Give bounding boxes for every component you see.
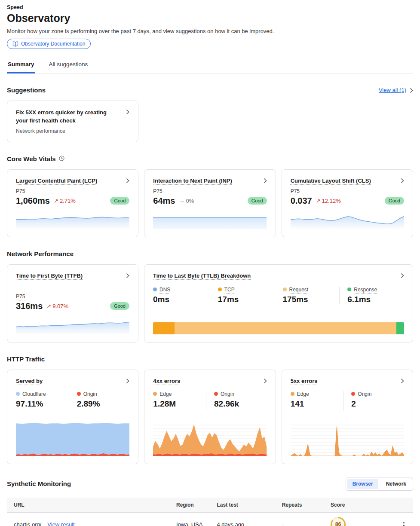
doc-button-label: Observatory Documentation bbox=[21, 41, 85, 47]
origin-legend-dot bbox=[77, 392, 81, 396]
table-header-row: URL Region Last test Repeats Score bbox=[7, 498, 413, 513]
synthetic-monitoring-table: URL Region Last test Repeats Score chart… bbox=[7, 498, 413, 526]
column-header-repeats: Repeats bbox=[275, 498, 324, 513]
dns-stat: DNS 0ms bbox=[153, 287, 210, 304]
suggestion-title: Fix 5XX errors quicker by creating your … bbox=[16, 109, 115, 125]
observatory-page: Speed Observatory Monitor how your zone … bbox=[0, 0, 420, 526]
status-badge: Good bbox=[110, 197, 129, 205]
cloudflare-value: 97.11% bbox=[16, 399, 69, 409]
dns-value: 0ms bbox=[153, 295, 210, 304]
tab-bar: Summary All suggestions bbox=[7, 57, 413, 73]
ttfb-card-title[interactable]: Time to First Byte (TTFB) bbox=[16, 272, 83, 279]
served-by-card: Served by Cloudflare 97.11% Origin 2.89% bbox=[7, 370, 138, 464]
origin-legend-dot bbox=[214, 392, 218, 396]
inp-card-title[interactable]: Interaction to Next Paint (INP) bbox=[153, 177, 232, 184]
chevron-right-icon[interactable] bbox=[126, 378, 129, 384]
cls-sparkline-chart bbox=[291, 210, 404, 229]
cls-card-title[interactable]: Cumulative Layout Shift (CLS) bbox=[291, 177, 371, 184]
ttfb-sparkline-chart bbox=[16, 315, 129, 334]
trend-up-arrow-icon: ↗ bbox=[316, 198, 321, 204]
row-url: chartjs.org/ bbox=[14, 521, 41, 526]
header: Speed Observatory Monitor how your zone … bbox=[7, 4, 413, 73]
core-web-vitals-heading: Core Web Vitals bbox=[7, 155, 56, 162]
kebab-menu-icon[interactable] bbox=[402, 520, 407, 526]
row-repeats: - bbox=[275, 512, 324, 526]
synthetic-monitoring-section: Synthetic Monitoring Browser Network URL… bbox=[7, 477, 413, 526]
origin-legend-dot bbox=[351, 392, 355, 396]
fivexx-errors-title[interactable]: 5xx errors bbox=[291, 378, 318, 384]
origin-value: 2.89% bbox=[77, 399, 130, 409]
observatory-documentation-button[interactable]: Observatory Documentation bbox=[7, 39, 91, 49]
chevron-right-icon[interactable] bbox=[264, 378, 267, 384]
edge-legend-dot bbox=[153, 392, 157, 396]
ttfb-value: 316ms bbox=[16, 301, 43, 311]
edge-stat: Edge 141 bbox=[291, 391, 343, 411]
inp-value: 64ms bbox=[153, 196, 175, 206]
lcp-card-title[interactable]: Largest Contentful Paint (LCP) bbox=[16, 177, 97, 184]
suggestion-category: Network performance bbox=[16, 128, 129, 134]
view-all-label[interactable]: View all (1) bbox=[379, 87, 406, 93]
edge-legend-dot bbox=[291, 392, 294, 396]
percentile-label: P75 bbox=[153, 188, 162, 194]
fourxx-area-chart bbox=[153, 422, 267, 456]
book-icon bbox=[12, 41, 18, 47]
served-by-area-chart bbox=[16, 422, 129, 456]
row-last-test: 4 days ago bbox=[210, 512, 275, 526]
column-header-score: Score bbox=[324, 498, 385, 513]
ttlb-stacked-bar-chart bbox=[153, 322, 404, 334]
edge-value: 1.28M bbox=[153, 399, 206, 409]
ttfb-card: Time to First Byte (TTFB) P75 316ms ↗9.0… bbox=[7, 264, 138, 343]
percentile-label: P75 bbox=[16, 188, 25, 194]
chevron-right-icon[interactable] bbox=[401, 378, 404, 384]
view-all-link[interactable]: View all (1) bbox=[379, 87, 413, 93]
chevron-right-icon[interactable] bbox=[126, 272, 129, 278]
score-ring: 86 bbox=[331, 517, 346, 526]
core-web-vitals-section: Core Web Vitals Largest Contentful Paint… bbox=[7, 155, 413, 237]
fivexx-area-chart bbox=[291, 422, 404, 456]
chevron-right-icon[interactable] bbox=[264, 177, 267, 183]
cls-trend: ↗12.12% bbox=[316, 198, 341, 204]
page-description: Monitor how your zone is performing over… bbox=[7, 28, 413, 34]
inp-sparkline-chart bbox=[153, 210, 267, 229]
fourxx-errors-title[interactable]: 4xx errors bbox=[153, 378, 180, 384]
tcp-stat: TCP 17ms bbox=[210, 287, 275, 304]
origin-value: 82.96k bbox=[214, 399, 267, 409]
chevron-right-icon[interactable] bbox=[401, 177, 404, 183]
breadcrumb: Speed bbox=[7, 4, 413, 10]
page-title: Observatory bbox=[7, 12, 413, 24]
suggestions-heading: Suggestions bbox=[7, 86, 46, 94]
tab-all-suggestions[interactable]: All suggestions bbox=[48, 57, 89, 73]
tcp-legend-dot bbox=[218, 287, 222, 291]
http-traffic-heading: HTTP Traffic bbox=[7, 355, 45, 363]
clock-icon bbox=[59, 155, 64, 162]
http-traffic-section: HTTP Traffic Served by Cloudflare 97.11%… bbox=[7, 355, 413, 464]
request-legend-dot bbox=[283, 287, 287, 291]
trend-flat-arrow-icon: → bbox=[179, 198, 184, 204]
response-legend-dot bbox=[347, 287, 351, 291]
chevron-right-icon[interactable] bbox=[401, 272, 404, 278]
chevron-right-icon bbox=[410, 87, 413, 93]
column-header-region: Region bbox=[169, 498, 210, 513]
chevron-right-icon[interactable] bbox=[126, 177, 129, 183]
edge-value: 141 bbox=[291, 399, 343, 409]
toggle-browser[interactable]: Browser bbox=[347, 479, 378, 489]
status-badge: Good bbox=[110, 302, 129, 310]
ttlb-breakdown-card: Time to Last Byte (TTLB) Breakdown DNS 0… bbox=[144, 264, 413, 343]
edge-stat: Edge 1.28M bbox=[153, 391, 206, 411]
inp-trend: →0% bbox=[179, 198, 194, 204]
lcp-sparkline-chart bbox=[16, 210, 129, 229]
cls-card: Cumulative Layout Shift (CLS) P75 0.037 … bbox=[282, 169, 413, 237]
fourxx-errors-card: 4xx errors Edge 1.28M Origin 82.96k bbox=[144, 370, 276, 464]
inp-card: Interaction to Next Paint (INP) P75 64ms… bbox=[144, 169, 276, 237]
ttlb-card-title[interactable]: Time to Last Byte (TTLB) Breakdown bbox=[153, 272, 251, 279]
toggle-network[interactable]: Network bbox=[381, 479, 411, 489]
tab-summary[interactable]: Summary bbox=[7, 57, 35, 73]
served-by-title[interactable]: Served by bbox=[16, 378, 43, 384]
tcp-value: 17ms bbox=[218, 295, 275, 304]
request-value: 175ms bbox=[283, 295, 340, 304]
suggestions-section: Suggestions View all (1) Fix 5XX errors … bbox=[7, 86, 413, 142]
view-result-link[interactable]: View result bbox=[47, 521, 74, 526]
request-stat: Request 175ms bbox=[275, 287, 340, 304]
trend-up-arrow-icon: ↗ bbox=[54, 198, 58, 204]
suggestion-card[interactable]: Fix 5XX errors quicker by creating your … bbox=[7, 101, 138, 142]
